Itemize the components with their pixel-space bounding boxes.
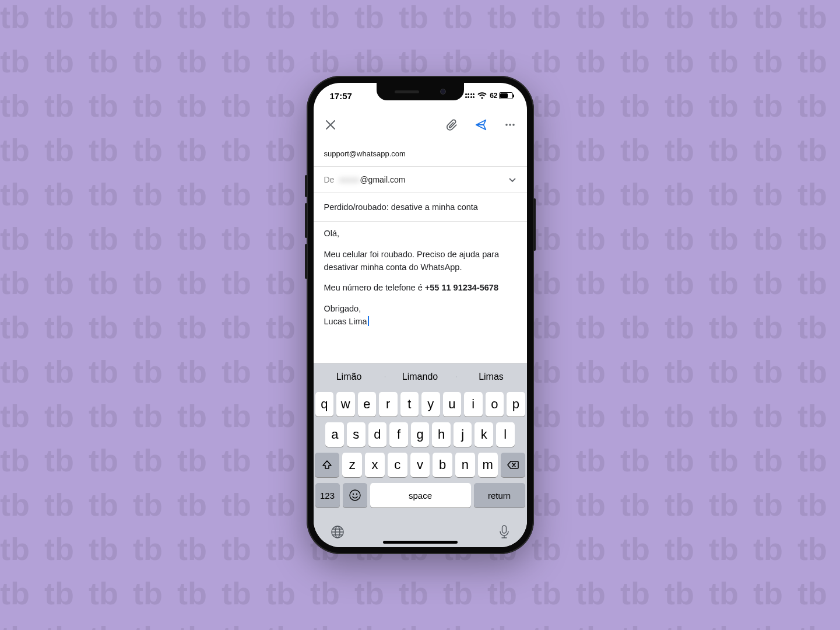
dictation-key[interactable] — [498, 524, 511, 540]
to-value: support@whatsapp.com — [324, 149, 406, 158]
suggestion[interactable]: Limão — [314, 372, 385, 382]
from-user: xxxxx — [339, 175, 359, 184]
keyboard-row: 123 space return — [315, 483, 525, 508]
key-j[interactable]: j — [454, 422, 472, 447]
status-time: 17:57 — [330, 91, 352, 101]
close-button[interactable] — [323, 117, 338, 132]
svg-point-5 — [350, 490, 360, 501]
phone-frame: 17:57 62 — [307, 76, 534, 554]
from-label: De — [324, 175, 335, 184]
key-o[interactable]: o — [486, 392, 504, 416]
svg-point-3 — [509, 124, 511, 126]
key-a[interactable]: a — [325, 422, 344, 447]
phone-number: +55 11 91234-5678 — [425, 283, 498, 292]
key-i[interactable]: i — [464, 392, 483, 416]
suggestion-bar: Limão Limando Limas — [314, 364, 527, 390]
emoji-icon — [349, 489, 361, 502]
key-c[interactable]: c — [388, 453, 407, 477]
key-m[interactable]: m — [478, 453, 498, 477]
svg-point-7 — [356, 494, 357, 495]
microphone-icon — [498, 524, 511, 540]
globe-icon — [330, 524, 345, 540]
power-button — [533, 198, 536, 251]
body-p1: Meu celular foi roubado. Preciso de ajud… — [324, 249, 516, 274]
from-field[interactable]: De xxxxx @gmail.com — [314, 167, 527, 192]
email-body[interactable]: Olá, Meu celular foi roubado. Preciso de… — [314, 222, 527, 363]
emoji-key[interactable] — [343, 483, 367, 508]
key-k[interactable]: k — [475, 422, 493, 447]
send-button[interactable] — [473, 117, 488, 132]
key-z[interactable]: z — [342, 453, 362, 477]
close-icon — [325, 120, 336, 130]
paperclip-icon — [445, 118, 458, 131]
suggestion[interactable]: Limas — [456, 372, 527, 382]
suggestion[interactable]: Limando — [385, 372, 456, 382]
shift-key[interactable] — [315, 453, 339, 477]
text-cursor — [368, 316, 369, 326]
more-button[interactable] — [502, 117, 518, 132]
to-field[interactable]: support@whatsapp.com — [314, 141, 527, 166]
from-domain: @gmail.com — [360, 175, 405, 184]
key-q[interactable]: q — [315, 392, 334, 416]
wifi-icon — [477, 92, 487, 99]
key-d[interactable]: d — [368, 422, 387, 447]
keyboard-row: qwertyuiop — [315, 392, 525, 416]
compose-toolbar — [314, 108, 527, 141]
body-p2: Meu número de telefone é +55 11 91234-56… — [324, 282, 516, 295]
volume-button — [305, 244, 307, 279]
key-h[interactable]: h — [432, 422, 451, 447]
key-x[interactable]: x — [365, 453, 385, 477]
svg-point-4 — [512, 124, 515, 126]
home-indicator[interactable] — [383, 541, 458, 544]
key-b[interactable]: b — [433, 453, 452, 477]
backspace-icon — [507, 460, 519, 470]
keyboard-row: asdfghjkl — [315, 422, 525, 447]
globe-key[interactable] — [330, 524, 345, 540]
expand-from-button[interactable] — [508, 176, 516, 184]
volume-button — [305, 175, 307, 197]
key-l[interactable]: l — [496, 422, 515, 447]
key-e[interactable]: e — [358, 392, 377, 416]
notch — [377, 83, 464, 100]
attach-button[interactable] — [444, 117, 459, 132]
svg-rect-10 — [502, 526, 506, 533]
keyboard-row: zxcvbnm — [315, 453, 525, 477]
key-n[interactable]: n — [455, 453, 475, 477]
key-y[interactable]: y — [421, 392, 440, 416]
key-g[interactable]: g — [411, 422, 430, 447]
body-signoff: Obrigado, Lucas Lima — [324, 303, 516, 328]
chevron-down-icon — [508, 176, 516, 184]
key-w[interactable]: w — [336, 392, 355, 416]
key-f[interactable]: f — [389, 422, 408, 447]
signal-icon — [465, 93, 475, 98]
key-v[interactable]: v — [410, 453, 430, 477]
key-u[interactable]: u — [443, 392, 462, 416]
battery-indicator: 62 — [490, 92, 512, 100]
send-icon — [475, 118, 487, 131]
key-s[interactable]: s — [347, 422, 365, 447]
svg-point-2 — [505, 124, 508, 126]
shift-icon — [322, 460, 332, 470]
more-horizontal-icon — [504, 119, 516, 131]
svg-point-6 — [352, 494, 353, 495]
key-p[interactable]: p — [507, 392, 525, 416]
subject-value: Perdido/roubado: desative a minha conta — [324, 202, 478, 212]
numbers-key[interactable]: 123 — [315, 483, 340, 508]
subject-field[interactable]: Perdido/roubado: desative a minha conta — [314, 193, 527, 221]
space-key[interactable]: space — [370, 483, 471, 508]
body-greeting: Olá, — [324, 228, 516, 240]
return-key[interactable]: return — [474, 483, 525, 508]
key-t[interactable]: t — [400, 392, 419, 416]
keyboard: Limão Limando Limas qwertyuiop asdfghjkl… — [314, 363, 527, 547]
backspace-key[interactable] — [501, 453, 525, 477]
key-r[interactable]: r — [379, 392, 398, 416]
volume-button — [305, 203, 307, 238]
